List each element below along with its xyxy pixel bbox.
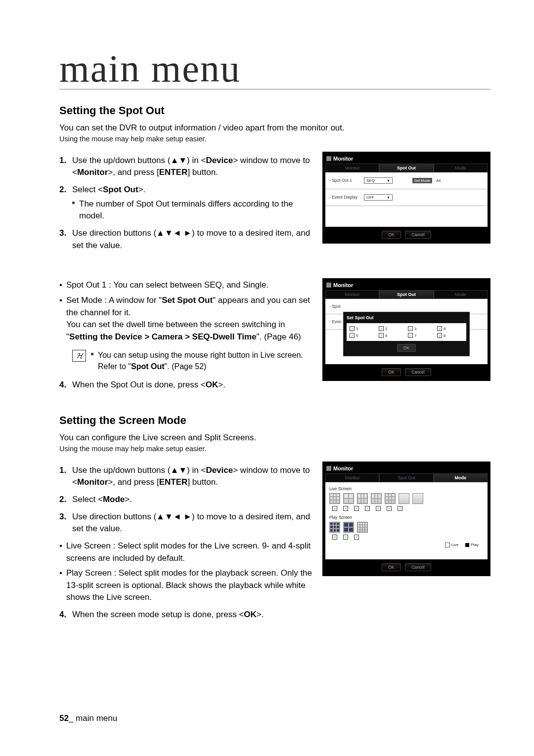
tab-monitor[interactable]: Monitor [325, 290, 379, 299]
split4-icon[interactable] [343, 493, 354, 504]
text: >, and press [ [108, 477, 159, 487]
section1-intro: You can set the DVR to output informatio… [59, 122, 490, 134]
note-icon: 𝓗 [72, 350, 86, 362]
s2-bullet-play: Play Screen : Select split modes for the… [59, 567, 313, 604]
note-body: You can setup using the mouse right butt… [91, 350, 303, 372]
text-bold: Monitor [77, 168, 108, 177]
split9-icon[interactable] [329, 493, 340, 504]
text: 6 [385, 334, 387, 338]
chevron-down-icon: ▼ [387, 196, 390, 199]
text: >. [125, 495, 132, 504]
tab-monitor[interactable]: Monitor [325, 164, 379, 172]
tab-monitor[interactable]: Monitor [325, 473, 379, 482]
live-screen-label: Live Screen [329, 486, 484, 491]
text: Use the up/down buttons (▲▼) in < [72, 156, 206, 165]
section1-title: Setting the Spot Out [59, 104, 490, 117]
text: ] button. [187, 168, 218, 177]
play-split4-icon[interactable] [343, 522, 354, 533]
ch-8[interactable]: ✓8 [437, 333, 463, 338]
ok-button[interactable]: OK [382, 231, 400, 239]
section2-mouse-note: Using the mouse may help make setup easi… [59, 445, 490, 453]
split6-icon[interactable] [357, 493, 368, 504]
cancel-button[interactable]: Cancel [405, 563, 431, 571]
text: 7 [414, 334, 416, 338]
s1-bullet2: Set Mode : A window for "Set Spot Out" a… [59, 294, 313, 343]
ok-button[interactable]: OK [382, 368, 400, 376]
text-bold: Device [206, 156, 233, 165]
play-split13-icon[interactable] [357, 522, 368, 533]
text-bold: Spot Out [131, 362, 165, 371]
live-cb2[interactable]: ✓ [343, 506, 348, 511]
dialog-spotout: Monitor Monitor Spot Out Mode - Spot Out… [322, 152, 490, 244]
legend-play: Play [465, 543, 479, 547]
ok-button[interactable]: OK [382, 563, 400, 571]
live-cb7[interactable]: ✓ [398, 506, 402, 511]
text: 3 [414, 327, 416, 331]
s1-step1: Use the up/down buttons (▲▼) in <Device>… [59, 155, 313, 179]
tab-spotout[interactable]: Spot Out [379, 290, 433, 299]
text: Select < [72, 185, 103, 194]
text-bold: Monitor [77, 477, 108, 487]
ch-7[interactable]: ✓7 [408, 333, 434, 338]
tab-spotout[interactable]: Spot Out [379, 164, 433, 172]
play-cb3[interactable]: ✓ [354, 535, 359, 540]
section1-mouse-note: Using the mouse may help make setup easi… [59, 135, 490, 143]
dialog-title: Monitor [333, 465, 353, 471]
cancel-button[interactable]: Cancel [405, 368, 431, 376]
live-cb6[interactable]: ✓ [387, 506, 392, 511]
split8-icon[interactable] [385, 493, 396, 504]
live-cb5[interactable]: ✓ [376, 506, 381, 511]
text: ". (Page 52) [165, 362, 207, 371]
eventdisplay-dropdown[interactable]: OFF▼ [364, 194, 393, 201]
text: >, and press [ [108, 168, 159, 177]
play-split9-icon[interactable] [329, 522, 340, 533]
popup-ok-button[interactable]: OK [397, 344, 416, 352]
s1-step2-sub: The number of Spot Out terminals differs… [72, 198, 313, 222]
text: 4 [444, 327, 445, 331]
tab-mode[interactable]: Mode [434, 290, 488, 299]
dialog-title: Monitor [333, 282, 353, 288]
ch-5[interactable]: ✓5 [350, 333, 376, 338]
monitor-icon [326, 283, 331, 288]
tab-mode[interactable]: Mode [434, 473, 488, 482]
pip-icon[interactable] [399, 493, 409, 504]
seq-icon[interactable] [412, 493, 423, 504]
tab-spotout[interactable]: Spot Out [379, 473, 433, 482]
s1-step3: Use direction buttons (▲▼◄ ►) to move to… [59, 227, 313, 252]
ch-2[interactable]: ✓2 [379, 326, 405, 331]
popup-title: Set Spot Out [347, 315, 466, 320]
dialog-setspotout: Monitor Monitor Spot Out Mode - Spot - E… [322, 278, 490, 381]
dropdown-value: OFF [366, 195, 374, 200]
split6b-icon[interactable] [371, 493, 382, 504]
spotout1-dropdown[interactable]: SEQ▼ [364, 177, 393, 184]
play-cb1[interactable]: ✓ [332, 535, 337, 540]
text-bold: Mode [103, 495, 125, 504]
monitor-icon [326, 156, 331, 161]
s2-step4: When the screen mode setup is done, pres… [59, 609, 313, 621]
text: Set Mode : A window for " [66, 295, 162, 305]
text-bold: OK [206, 380, 219, 389]
live-cb3[interactable]: ✓ [354, 506, 359, 511]
text-bold: Setting the Device > Camera > SEQ-Dwell … [69, 332, 257, 341]
ch-3[interactable]: ✓3 [408, 326, 434, 331]
play-screen-label: Play Screen [329, 515, 484, 520]
live-cb4[interactable]: ✓ [365, 506, 370, 511]
live-cb1[interactable]: ✓ [332, 506, 337, 511]
ch-1[interactable]: ✓1 [350, 326, 376, 331]
ch-4[interactable]: ✓4 [437, 326, 463, 331]
text: Refer to " [98, 362, 131, 371]
text: ". (Page 46) [257, 332, 301, 341]
setmode-button[interactable]: Set Mode [412, 178, 432, 183]
s2-step2: Select <Mode>. [59, 494, 313, 506]
s2-step3: Use direction buttons (▲▼◄ ►) to move to… [59, 511, 313, 535]
text-bold: OK [244, 610, 257, 619]
text: 8 [444, 334, 445, 338]
cancel-button[interactable]: Cancel [405, 231, 431, 239]
footer-label: main menu [76, 714, 117, 723]
ch-6[interactable]: ✓6 [379, 333, 405, 338]
tab-mode[interactable]: Mode [434, 164, 488, 172]
page-number: 52 [59, 714, 69, 723]
text: 5 [356, 334, 358, 338]
play-cb2[interactable]: ✓ [343, 535, 348, 540]
s1-bullet1: Spot Out 1 : You can select between SEQ,… [59, 279, 313, 292]
